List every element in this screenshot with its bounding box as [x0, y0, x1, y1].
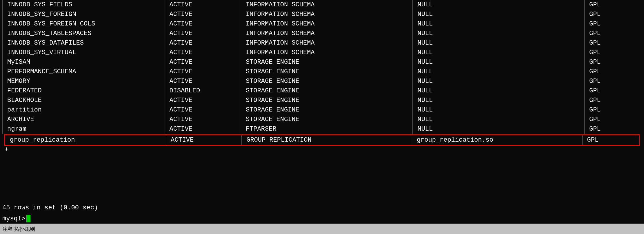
highlighted-plugin-library: group_replication.so: [412, 135, 582, 145]
table-row: INNODB_SYS_TABLESPACES ACTIVE INFORMATIO…: [3, 29, 642, 38]
table-row: ARCHIVE ACTIVE STORAGE ENGINE NULL GPL: [3, 115, 642, 124]
table-bottom-border: +: [2, 146, 642, 153]
plugin-name: MyISAM: [3, 57, 165, 67]
plugin-library: NULL: [413, 19, 585, 29]
table-area: INNODB_SYS_FIELDS ACTIVE INFORMATION SCH…: [0, 0, 644, 202]
plugin-type: STORAGE ENGINE: [241, 115, 413, 124]
plugin-library: NULL: [413, 38, 585, 48]
plugin-name: ARCHIVE: [3, 115, 165, 124]
plugin-name: PERFORMANCE_SCHEMA: [3, 67, 165, 76]
plugin-license: GPL: [584, 10, 642, 19]
plugin-type: INFORMATION SCHEMA: [241, 19, 413, 29]
plugin-name: BLACKHOLE: [3, 96, 165, 105]
prompt-line: mysql>: [0, 213, 644, 224]
table-row: partition ACTIVE STORAGE ENGINE NULL GPL: [3, 105, 642, 115]
table-row: MEMORY ACTIVE STORAGE ENGINE NULL GPL: [3, 76, 642, 86]
table-row: INNODB_SYS_FOREIGN ACTIVE INFORMATION SC…: [3, 10, 642, 19]
plugin-status: ACTIVE: [165, 0, 241, 10]
plugin-type: INFORMATION SCHEMA: [241, 29, 413, 38]
table-row: INNODB_SYS_FIELDS ACTIVE INFORMATION SCH…: [3, 0, 642, 10]
plugin-license: GPL: [584, 86, 642, 96]
data-table: INNODB_SYS_FIELDS ACTIVE INFORMATION SCH…: [2, 0, 642, 134]
taskbar: 注释 拓扑规则: [0, 224, 644, 234]
plugin-library: NULL: [413, 67, 585, 76]
highlighted-plugin-type: GROUP REPLICATION: [242, 135, 412, 145]
plugin-type: STORAGE ENGINE: [241, 105, 413, 115]
table-row: FEDERATED DISABLED STORAGE ENGINE NULL G…: [3, 86, 642, 96]
plugin-name: MEMORY: [3, 76, 165, 86]
plugin-type: STORAGE ENGINE: [241, 67, 413, 76]
highlighted-row-table: group_replication ACTIVE GROUP REPLICATI…: [5, 135, 639, 145]
row-count-text: 45 rows in set (0.00 sec): [0, 202, 644, 213]
taskbar-text: 注释 拓扑规则: [2, 226, 35, 233]
plugin-status: ACTIVE: [165, 67, 241, 76]
highlighted-plugin-license: GPL: [582, 135, 639, 145]
plugin-license: GPL: [584, 57, 642, 67]
plugin-status: ACTIVE: [165, 48, 241, 57]
plugin-type: STORAGE ENGINE: [241, 86, 413, 96]
cursor-block: [26, 215, 30, 222]
table-row: ngram ACTIVE FTPARSER NULL GPL: [3, 124, 642, 134]
plugin-status: ACTIVE: [165, 29, 241, 38]
plugin-library: NULL: [413, 57, 585, 67]
table-row: PERFORMANCE_SCHEMA ACTIVE STORAGE ENGINE…: [3, 67, 642, 76]
plugin-license: GPL: [584, 29, 642, 38]
highlighted-table-row: group_replication ACTIVE GROUP REPLICATI…: [5, 135, 639, 145]
plugin-name: FEDERATED: [3, 86, 165, 96]
plugin-type: STORAGE ENGINE: [241, 96, 413, 105]
prompt-text: mysql>: [2, 215, 25, 222]
highlighted-plugin-name: group_replication: [5, 135, 166, 145]
plugin-name: partition: [3, 105, 165, 115]
plugin-library: NULL: [413, 124, 585, 134]
plugin-license: GPL: [584, 115, 642, 124]
plugin-type: INFORMATION SCHEMA: [241, 0, 413, 10]
plugin-type: INFORMATION SCHEMA: [241, 38, 413, 48]
table-row: INNODB_SYS_FOREIGN_COLS ACTIVE INFORMATI…: [3, 19, 642, 29]
plugin-license: GPL: [584, 105, 642, 115]
terminal: INNODB_SYS_FIELDS ACTIVE INFORMATION SCH…: [0, 0, 644, 234]
plugin-status: ACTIVE: [165, 124, 241, 134]
plugin-library: NULL: [413, 96, 585, 105]
plugin-license: GPL: [584, 67, 642, 76]
plugin-status: ACTIVE: [165, 38, 241, 48]
plugin-status: ACTIVE: [165, 115, 241, 124]
plugin-name: INNODB_SYS_FOREIGN_COLS: [3, 19, 165, 29]
plugin-library: NULL: [413, 86, 585, 96]
highlighted-row-container: group_replication ACTIVE GROUP REPLICATI…: [4, 134, 640, 146]
plugin-type: INFORMATION SCHEMA: [241, 10, 413, 19]
table-row: MyISAM ACTIVE STORAGE ENGINE NULL GPL: [3, 57, 642, 67]
plugin-license: GPL: [584, 124, 642, 134]
plugin-library: NULL: [413, 115, 585, 124]
plugin-status: DISABLED: [165, 86, 241, 96]
plugin-status: ACTIVE: [165, 105, 241, 115]
plugin-license: GPL: [584, 0, 642, 10]
plugin-name: INNODB_SYS_VIRTUAL: [3, 48, 165, 57]
plugin-license: GPL: [584, 76, 642, 86]
plugin-library: NULL: [413, 0, 585, 10]
plugin-type: STORAGE ENGINE: [241, 57, 413, 67]
table-row: INNODB_SYS_VIRTUAL ACTIVE INFORMATION SC…: [3, 48, 642, 57]
plugin-library: NULL: [413, 10, 585, 19]
plugin-name: ngram: [3, 124, 165, 134]
plugin-library: NULL: [413, 105, 585, 115]
plugin-type: STORAGE ENGINE: [241, 76, 413, 86]
plugin-status: ACTIVE: [165, 10, 241, 19]
table-row: INNODB_SYS_DATAFILES ACTIVE INFORMATION …: [3, 38, 642, 48]
plugin-status: ACTIVE: [165, 57, 241, 67]
highlighted-plugin-status: ACTIVE: [166, 135, 242, 145]
plugin-status: ACTIVE: [165, 19, 241, 29]
plugin-library: NULL: [413, 29, 585, 38]
plugin-type: FTPARSER: [241, 124, 413, 134]
plugin-status: ACTIVE: [165, 76, 241, 86]
plugin-license: GPL: [584, 96, 642, 105]
plugin-license: GPL: [584, 38, 642, 48]
plugin-license: GPL: [584, 48, 642, 57]
plugin-name: INNODB_SYS_FIELDS: [3, 0, 165, 10]
plugin-type: INFORMATION SCHEMA: [241, 48, 413, 57]
plugin-license: GPL: [584, 19, 642, 29]
plugin-name: INNODB_SYS_FOREIGN: [3, 10, 165, 19]
plugin-library: NULL: [413, 76, 585, 86]
plugin-name: INNODB_SYS_TABLESPACES: [3, 29, 165, 38]
table-row: BLACKHOLE ACTIVE STORAGE ENGINE NULL GPL: [3, 96, 642, 105]
plugin-name: INNODB_SYS_DATAFILES: [3, 38, 165, 48]
